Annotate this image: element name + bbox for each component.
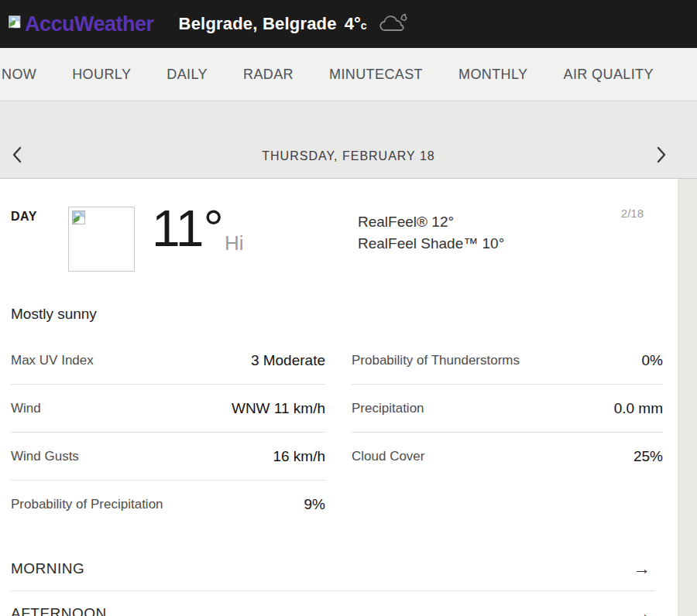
current-location[interactable]: Belgrade, Belgrade 4°c (179, 13, 409, 35)
period-links: MORNING → AFTERNOON → (0, 547, 655, 616)
cloudy-night-icon (378, 13, 409, 35)
condition-text: Mostly sunny (11, 306, 678, 323)
forecast-detail-card: DAY 11° Hi RealFeel® 12° RealFeel Shade™… (0, 179, 678, 616)
stat-row-probability-of-thunderstorms: Probability of Thunderstorms 0% (352, 337, 663, 385)
realfeel-value: RealFeel® 12° (358, 211, 504, 233)
date-title: THURSDAY, FEBRUARY 18 (0, 149, 697, 163)
stats-grid: Max UV Index 3 Moderate Wind WNW 11 km/h… (0, 337, 678, 529)
morning-label: MORNING (11, 560, 84, 577)
stat-row-wind: Wind WNW 11 km/h (11, 385, 325, 433)
nav-tab-minutecast[interactable]: MINUTECAST (329, 67, 423, 83)
stat-label: Probability of Precipitation (11, 497, 163, 512)
stat-row-cloud-cover: Cloud Cover 25% (352, 433, 663, 481)
morning-link[interactable]: MORNING → (11, 547, 655, 591)
stat-value: 0% (642, 352, 663, 369)
afternoon-label: AFTERNOON (11, 605, 107, 616)
broken-image-icon (8, 15, 23, 33)
stat-value: 25% (633, 448, 663, 465)
location-name: Belgrade, Belgrade (179, 14, 337, 34)
weather-icon-placeholder (68, 207, 135, 272)
app-header: AccuWeather Belgrade, Belgrade 4°c (0, 0, 697, 48)
logo-wordmark: AccuWeather (25, 12, 154, 36)
stat-row-wind-gusts: Wind Gusts 16 km/h (11, 433, 325, 481)
stat-row-max-uv-index: Max UV Index 3 Moderate (11, 337, 325, 385)
arrow-right-icon: → (633, 604, 651, 616)
stat-label: Cloud Cover (352, 449, 425, 464)
stat-label: Wind Gusts (11, 449, 79, 464)
temperature-value: 11° (152, 199, 223, 258)
stat-label: Probability of Thunderstorms (352, 353, 520, 368)
stat-value: 16 km/h (273, 448, 325, 465)
high-temperature: 11° Hi (152, 199, 243, 258)
day-summary-panel: DAY 11° Hi RealFeel® 12° RealFeel Shade™… (0, 179, 678, 295)
afternoon-link[interactable]: AFTERNOON → (11, 591, 655, 616)
broken-image-icon (71, 210, 88, 227)
nav-tab-monthly[interactable]: MONTHLY (458, 67, 527, 83)
date-navigation: THURSDAY, FEBRUARY 18 (0, 101, 697, 179)
period-label: DAY (11, 210, 37, 224)
main-nav: NOW HOURLY DAILY RADAR MINUTECAST MONTHL… (0, 48, 697, 101)
stat-value: WNW 11 km/h (232, 400, 325, 417)
stat-value: 9% (304, 496, 325, 513)
nav-tab-radar[interactable]: RADAR (243, 67, 294, 83)
accuweather-logo[interactable]: AccuWeather (8, 12, 154, 36)
nav-tab-daily[interactable]: DAILY (167, 67, 208, 83)
stats-right-column: Probability of Thunderstorms 0% Precipit… (352, 337, 663, 529)
stat-label: Precipitation (352, 401, 424, 416)
realfeel-block: RealFeel® 12° RealFeel Shade™ 10° (358, 211, 504, 255)
stat-label: Max UV Index (11, 353, 94, 368)
nav-tab-hourly[interactable]: HOURLY (72, 67, 131, 83)
temperature-hi-label: Hi (225, 231, 244, 255)
next-day-chevron-icon[interactable] (655, 145, 668, 165)
stat-row-probability-of-precipitation: Probability of Precipitation 9% (11, 481, 325, 529)
stat-row-precipitation: Precipitation 0.0 mm (352, 385, 663, 433)
location-temperature: 4°c (345, 14, 367, 34)
realfeel-shade-value: RealFeel Shade™ 10° (358, 233, 504, 255)
date-badge: 2/18 (621, 207, 644, 220)
stat-value: 0.0 mm (614, 400, 663, 417)
stat-label: Wind (11, 401, 41, 416)
nav-tab-now[interactable]: NOW (2, 67, 36, 83)
stat-value: 3 Moderate (251, 352, 325, 369)
arrow-right-icon: → (633, 559, 651, 579)
stats-left-column: Max UV Index 3 Moderate Wind WNW 11 km/h… (11, 337, 325, 529)
nav-tab-air-quality[interactable]: AIR QUALITY (563, 67, 653, 83)
page-background-strip (678, 179, 697, 616)
